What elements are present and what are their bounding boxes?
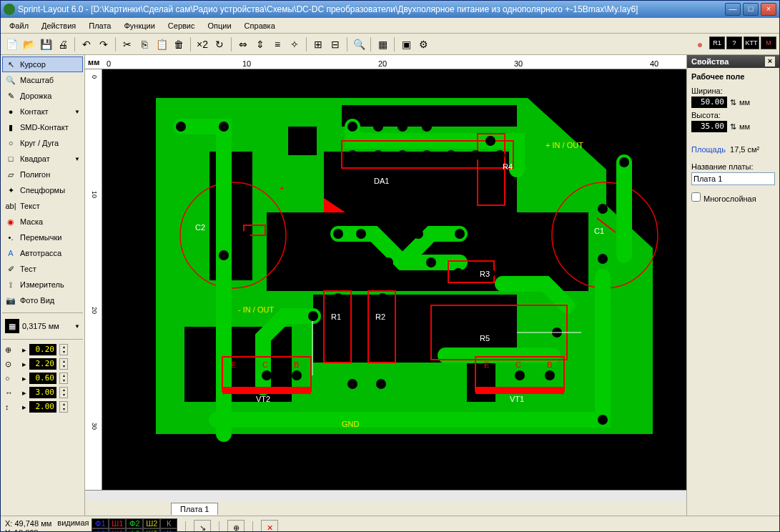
- print-button[interactable]: 🖨: [55, 36, 71, 52]
- svg-point-63: [347, 379, 357, 389]
- close-button[interactable]: ×: [761, 3, 776, 16]
- svg-text:R3: R3: [480, 270, 490, 278]
- tool-автотрасса[interactable]: AАвтотрасса: [2, 245, 83, 261]
- svg-point-61: [515, 370, 525, 380]
- layer-Ш2[interactable]: Ш2: [143, 528, 160, 533]
- cut-button[interactable]: ✂: [119, 36, 135, 52]
- svg-point-46: [383, 257, 393, 267]
- status-btn-1[interactable]: ↘: [194, 520, 211, 533]
- area-link[interactable]: Площадь: [691, 145, 726, 154]
- layer-Ф2[interactable]: Ф2: [126, 518, 143, 528]
- paste-button[interactable]: 📋: [154, 36, 169, 52]
- zoom-button[interactable]: 🔍: [351, 36, 367, 52]
- svg-point-54: [308, 311, 318, 321]
- svg-point-29: [373, 122, 383, 132]
- svg-point-44: [455, 229, 465, 239]
- save-button[interactable]: 💾: [38, 36, 54, 52]
- menu-bar: Файл Действия Плата Функции Сервис Опции…: [1, 18, 779, 34]
- multilayer-checkbox[interactable]: [691, 192, 701, 202]
- help-button[interactable]: ?: [726, 36, 742, 49]
- menu-functions[interactable]: Функции: [118, 19, 160, 32]
- tool-курсор[interactable]: ↖Курсор: [2, 56, 83, 72]
- layers-button[interactable]: ▦: [375, 36, 390, 52]
- param-control[interactable]: ↔▸3.00▴▾: [1, 385, 84, 400]
- svg-rect-2: [288, 127, 317, 155]
- horizontal-scrollbar[interactable]: [85, 490, 686, 501]
- tool-текст[interactable]: ab|Текст: [2, 198, 83, 214]
- svg-point-36: [446, 150, 456, 160]
- pcb-canvas[interactable]: DA1R4R3R1R2R5C2C1VT2VT1GND+ IN / OUT- IN…: [102, 69, 686, 490]
- svg-point-30: [398, 122, 408, 132]
- svg-point-42: [356, 229, 366, 239]
- tool-перемычки[interactable]: •.Перемычки: [2, 230, 83, 245]
- props-section: Рабочее поле: [691, 72, 775, 81]
- param-control[interactable]: ⊕▸0.20▴▾: [1, 343, 84, 357]
- m-button[interactable]: M: [761, 36, 776, 49]
- ungroup-button[interactable]: ⊟: [327, 36, 343, 52]
- menu-file[interactable]: Файл: [4, 19, 34, 32]
- board-name-input[interactable]: [691, 172, 775, 185]
- layer-Ш2[interactable]: Ш2: [143, 518, 160, 528]
- settings-button[interactable]: ⚙: [415, 36, 431, 52]
- tool-дорожка[interactable]: ✎Дорожка: [2, 88, 83, 104]
- layer-Ф1[interactable]: Ф1: [92, 518, 109, 528]
- menu-options[interactable]: Опции: [202, 19, 237, 32]
- param-control[interactable]: ○▸0.60▴▾: [1, 371, 84, 385]
- svg-point-33: [373, 150, 383, 160]
- rotate-button[interactable]: ↻: [212, 36, 227, 52]
- snap-button[interactable]: ✧: [287, 36, 302, 52]
- tool-измеритель[interactable]: ⟟Измеритель: [2, 277, 83, 292]
- status-btn-2[interactable]: ⊕: [227, 520, 245, 533]
- align-button[interactable]: ≡: [270, 36, 285, 52]
- menu-board[interactable]: Плата: [83, 19, 117, 32]
- tool-маска[interactable]: ◉Маска: [2, 214, 83, 230]
- open-button[interactable]: 📂: [21, 36, 36, 52]
- height-input[interactable]: 35.00: [691, 121, 727, 132]
- mirror-v-button[interactable]: ⇕: [252, 36, 268, 52]
- tool-контакт[interactable]: ●Контакт▼: [2, 104, 83, 119]
- layer-Ш1[interactable]: Ш1: [109, 518, 126, 528]
- svg-rect-22: [475, 387, 564, 394]
- tool-полигон[interactable]: ▱Полигон: [2, 167, 83, 182]
- layer-К[interactable]: К: [160, 528, 177, 533]
- param-control[interactable]: ↕▸2.00▴▾: [1, 400, 84, 414]
- minimize-button[interactable]: —: [725, 3, 741, 16]
- tool-фото-вид[interactable]: 📷Фото Вид: [2, 292, 83, 308]
- status-btn-3[interactable]: ✕: [261, 520, 278, 533]
- delete-button[interactable]: 🗑: [171, 36, 187, 52]
- svg-point-57: [232, 370, 242, 380]
- tool-масштаб[interactable]: 🔍Масштаб: [2, 72, 83, 88]
- tool-круг-дуга[interactable]: ○Круг / Дуга: [2, 135, 83, 151]
- tool-спецформы[interactable]: ✦Спецформы: [2, 182, 83, 198]
- r1-button[interactable]: R1: [709, 36, 725, 49]
- menu-service[interactable]: Сервис: [162, 19, 201, 32]
- tool-тест[interactable]: ✐Тест: [2, 261, 83, 277]
- menu-actions[interactable]: Действия: [36, 19, 82, 32]
- layer-Ф1[interactable]: Ф1: [92, 528, 109, 533]
- layer-Ф2[interactable]: Ф2: [126, 528, 143, 533]
- maximize-button[interactable]: □: [743, 3, 759, 16]
- width-input[interactable]: 50.00: [691, 97, 727, 108]
- info-button[interactable]: ●: [692, 36, 708, 52]
- ktt-button[interactable]: KTT: [744, 36, 759, 49]
- layer-Ш1[interactable]: Ш1: [109, 528, 126, 533]
- tool-квадрат[interactable]: □Квадрат▼: [2, 151, 83, 167]
- svg-text:DA1: DA1: [374, 177, 389, 185]
- layer-К[interactable]: К: [160, 518, 177, 528]
- menu-help[interactable]: Справка: [239, 19, 281, 32]
- tool-smd-контакт[interactable]: ▮SMD-Контакт: [2, 119, 83, 135]
- board-tab[interactable]: Плата 1: [171, 503, 218, 515]
- close-props-button[interactable]: ×: [765, 56, 775, 66]
- copy-button[interactable]: ⎘: [137, 36, 152, 52]
- macros-button[interactable]: ▣: [398, 36, 414, 52]
- grid-control[interactable]: ▦ 0,3175 мм ▼: [1, 316, 84, 336]
- svg-point-40: [485, 193, 495, 203]
- undo-button[interactable]: ↶: [79, 36, 94, 52]
- group-button[interactable]: ⊞: [310, 36, 326, 52]
- svg-point-43: [413, 229, 423, 239]
- param-control[interactable]: ⊙▸2.20▴▾: [1, 357, 84, 371]
- x2-button[interactable]: ×2: [194, 36, 210, 52]
- mirror-h-button[interactable]: ⇔: [235, 36, 251, 52]
- redo-button[interactable]: ↷: [96, 36, 112, 52]
- new-button[interactable]: 📄: [4, 36, 19, 52]
